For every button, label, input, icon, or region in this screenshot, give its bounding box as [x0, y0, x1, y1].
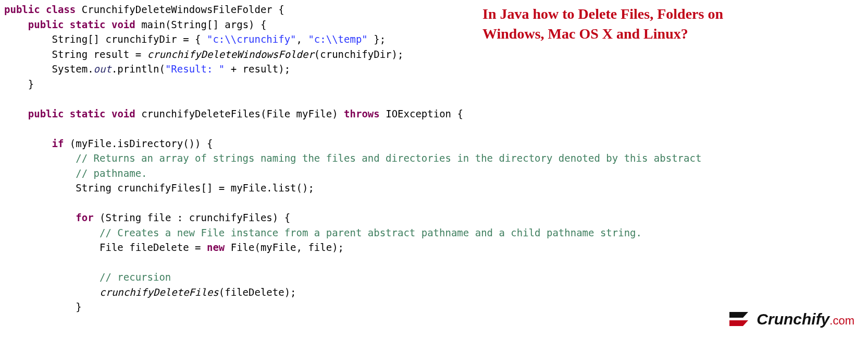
crunchify-logo-icon	[727, 309, 751, 330]
stmt: String[] crunchifyDir = {	[52, 33, 207, 45]
logo-text: Crunchify.com	[757, 307, 854, 331]
exc: IOException {	[380, 108, 463, 119]
sysout-end: + result);	[225, 63, 290, 75]
kw-for: for	[76, 212, 93, 223]
logo-tld: .com	[829, 314, 854, 327]
stmt: String crunchifyFiles[] = myFile.list();	[76, 182, 314, 194]
kw-class: class	[46, 4, 76, 15]
site-logo: Crunchify.com	[727, 307, 854, 331]
kw-public: public	[28, 108, 64, 119]
string-literal: "Result: "	[165, 63, 225, 75]
method-name: crunchifyDeleteFiles(File myFile)	[141, 108, 344, 119]
brace: }	[76, 301, 81, 312]
comma: ,	[296, 33, 308, 45]
if-cond: (myFile.isDirectory()) {	[64, 138, 213, 149]
args: (crunchifyDir);	[314, 49, 404, 60]
class-name: CrunchifyDeleteWindowsFileFolder	[82, 4, 272, 15]
string-literal: "c:\\temp"	[308, 33, 367, 45]
for-cond: (String file : crunchifyFiles) {	[94, 212, 291, 223]
sysout: .println(	[111, 63, 165, 75]
static-call: crunchifyDeleteWindowsFolder	[147, 49, 314, 60]
kw-new: new	[207, 242, 225, 253]
kw-if: if	[52, 138, 64, 149]
kw-void: void	[111, 19, 135, 30]
code-block: public class CrunchifyDeleteWindowsFileF…	[0, 0, 868, 317]
kw-public: public	[28, 19, 64, 30]
method-main: main(String[] args) {	[141, 19, 266, 30]
kw-static: static	[70, 19, 106, 30]
stmt: File(myFile, file);	[225, 242, 344, 253]
kw-public: public	[4, 4, 40, 15]
kw-throws: throws	[344, 108, 380, 119]
title-line2: Windows, Mac OS X and Linux?	[482, 26, 688, 42]
kw-void: void	[111, 108, 135, 119]
sysout: System.	[52, 63, 94, 75]
comment: // recursion	[100, 271, 171, 283]
stmt-end: };	[368, 33, 386, 45]
out-field: out	[94, 63, 111, 75]
article-title: In Java how to Delete Files, Folders on …	[482, 4, 847, 44]
args: (fileDelete);	[219, 286, 296, 298]
title-line1: In Java how to Delete Files, Folders on	[482, 6, 723, 22]
comment: // Returns an array of strings naming th…	[76, 152, 701, 164]
stmt: File fileDelete =	[100, 242, 207, 253]
stmt: String result =	[52, 49, 147, 60]
string-literal: "c:\\crunchify"	[207, 33, 296, 45]
brace: }	[28, 78, 34, 90]
recursive-call: crunchifyDeleteFiles	[100, 286, 219, 298]
kw-static: static	[70, 108, 106, 119]
brace: {	[272, 4, 284, 15]
comment: // pathname.	[76, 167, 147, 179]
logo-name: Crunchify	[757, 310, 829, 328]
comment: // Creates a new File instance from a pa…	[100, 227, 642, 238]
